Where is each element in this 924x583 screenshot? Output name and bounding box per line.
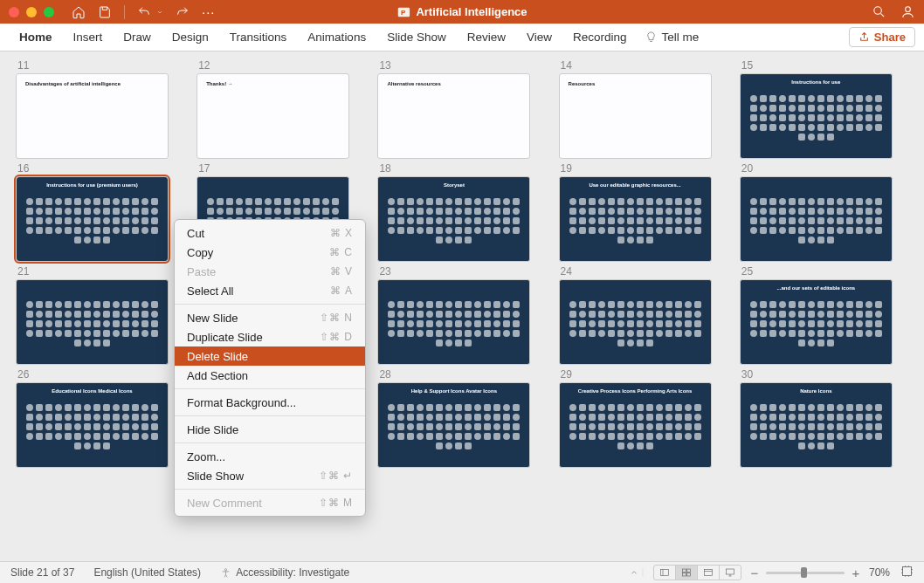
divider-icon <box>639 568 646 577</box>
context-menu-separator <box>175 304 365 305</box>
context-menu-item-duplicate-slide[interactable]: Duplicate Slide⇧⌘ D <box>175 327 365 346</box>
context-menu-label: New Comment <box>187 497 262 510</box>
context-menu-item-add-section[interactable]: Add Section <box>175 366 365 385</box>
status-bar: Slide 21 of 37 English (United States) A… <box>0 561 924 583</box>
redo-icon[interactable] <box>176 5 190 19</box>
slide-thumbnail[interactable]: Resources <box>559 73 712 159</box>
context-menu-shortcut: ⌘ A <box>330 285 353 297</box>
zoom-to-fit-button[interactable] <box>897 565 914 580</box>
context-menu-item-delete-slide[interactable]: Delete Slide <box>175 346 365 366</box>
context-menu-shortcut: ⇧⌘ D <box>320 331 353 343</box>
undo-icon[interactable] <box>137 5 151 19</box>
ribbon-tab-view[interactable]: View <box>516 24 562 51</box>
tellme[interactable]: Tell me <box>645 31 700 44</box>
slideshow-view-button[interactable] <box>719 565 741 580</box>
language[interactable]: English (United States) <box>93 566 201 579</box>
context-menu-item-format-background[interactable]: Format Background... <box>175 393 365 412</box>
ribbon-tab-slide-show[interactable]: Slide Show <box>376 24 457 51</box>
reading-view-button[interactable] <box>697 565 720 580</box>
comments-toggle[interactable] <box>630 568 646 577</box>
context-menu-item-slide-show[interactable]: Slide Show⇧⌘ ↵ <box>175 466 365 485</box>
slide-thumbnail[interactable]: Alternative resources <box>377 73 530 159</box>
slide-cell: 14Resources <box>559 56 727 159</box>
slide-thumb-title: Nature Icons <box>741 388 892 394</box>
slide-thumbnail[interactable]: Instructions for use (premium users) <box>16 176 169 262</box>
slide-thumbnail[interactable]: Thanks! → <box>197 73 349 159</box>
accessibility-status[interactable]: Accessibility: Investigate <box>220 566 349 579</box>
share-button[interactable]: Share <box>849 27 915 47</box>
slide-info[interactable]: Slide 21 of 37 <box>10 566 74 579</box>
slide-thumbnail[interactable]: Use our editable graphic resources... <box>559 176 712 262</box>
zoom-out-button[interactable]: − <box>748 566 761 579</box>
context-menu-item-copy[interactable]: Copy⌘ C <box>175 243 365 262</box>
context-menu-item-hide-slide[interactable]: Hide Slide <box>175 420 365 439</box>
context-menu-label: Select All <box>187 285 233 298</box>
context-menu: Cut⌘ XCopy⌘ CPaste⌘ VSelect All⌘ ANew Sl… <box>174 219 366 517</box>
slide-thumbnail[interactable]: Educational Icons Medical Icons <box>16 382 169 468</box>
ribbon-tab-transitions[interactable]: Transitions <box>219 24 298 51</box>
sorter-view-button[interactable] <box>675 565 698 580</box>
slide-thumb-title: Disadvantages of artificial intelligence <box>25 81 121 86</box>
slide-thumbnail[interactable] <box>559 279 712 365</box>
svg-rect-9 <box>686 573 690 577</box>
svg-rect-6 <box>682 569 686 573</box>
ribbon-tab-recording[interactable]: Recording <box>562 24 638 51</box>
slide-thumb-body <box>387 195 521 254</box>
ribbon-tab-design[interactable]: Design <box>162 24 219 51</box>
slide-cell: 13Alternative resources <box>377 56 546 159</box>
window-maximize[interactable] <box>44 7 54 17</box>
context-menu-label: Slide Show <box>187 470 244 483</box>
slide-thumbnail[interactable] <box>16 279 169 365</box>
slide-thumbnail[interactable] <box>377 279 530 365</box>
home-icon[interactable] <box>72 5 86 19</box>
slide-thumb-body <box>749 195 883 254</box>
zoom-thumb[interactable] <box>801 567 807 578</box>
slide-thumbnail[interactable]: Nature Icons <box>740 382 893 468</box>
user-icon[interactable] <box>900 4 915 19</box>
window-close[interactable] <box>9 7 19 17</box>
context-menu-label: New Slide <box>187 312 238 325</box>
slide-cell: 23 <box>377 262 546 365</box>
ribbon-tab-draw[interactable]: Draw <box>113 24 162 51</box>
slide-number: 13 <box>379 59 546 72</box>
slide-sorter[interactable]: 11Disadvantages of artificial intelligen… <box>0 52 924 561</box>
zoom-in-button[interactable]: + <box>850 566 862 579</box>
search-icon[interactable] <box>872 4 886 19</box>
slide-cell: 28Help & Support Icons Avatar Icons <box>377 365 546 468</box>
slide-thumb-body <box>387 401 521 460</box>
ribbon-tab-insert[interactable]: Insert <box>63 24 114 51</box>
window-minimize[interactable] <box>26 7 37 17</box>
ribbon-tab-home[interactable]: Home <box>9 24 63 51</box>
slide-thumbnail[interactable]: ...and our sets of editable icons <box>740 279 893 365</box>
save-icon[interactable] <box>98 5 112 19</box>
slide-cell: 11Disadvantages of artificial intelligen… <box>16 56 184 159</box>
context-menu-shortcut: ⌘ V <box>330 265 353 278</box>
context-menu-item-cut[interactable]: Cut⌘ X <box>175 223 365 243</box>
context-menu-label: Copy <box>187 246 213 259</box>
slide-thumbnail[interactable]: Help & Support Icons Avatar Icons <box>377 382 530 468</box>
normal-view-button[interactable] <box>653 565 676 580</box>
slide-thumbnail[interactable]: Instructions for use <box>740 73 893 159</box>
slide-thumbnail[interactable]: Disadvantages of artificial intelligence <box>16 73 169 159</box>
slide-thumbnail[interactable]: Storyset <box>377 176 530 262</box>
zoom-level[interactable]: 70% <box>869 566 890 579</box>
context-menu-label: Delete Slide <box>187 350 248 363</box>
context-menu-item-select-all[interactable]: Select All⌘ A <box>175 281 365 300</box>
slide-thumbnail[interactable]: Creative Process Icons Performing Arts I… <box>559 382 712 468</box>
undo-dropdown-icon[interactable] <box>156 5 163 19</box>
context-menu-item-new-slide[interactable]: New Slide⇧⌘ N <box>175 308 365 327</box>
context-menu-separator <box>175 489 365 490</box>
ribbon-tab-animations[interactable]: Animations <box>297 24 376 51</box>
slide-thumbnail[interactable] <box>740 176 893 262</box>
context-menu-item-new-comment: New Comment⇧⌘ M <box>175 493 365 512</box>
context-menu-item-zoom[interactable]: Zoom... <box>175 447 365 466</box>
slide-cell: 30Nature Icons <box>740 365 908 468</box>
slide-number: 12 <box>198 59 365 72</box>
slide-thumb-title: Instructions for use (premium users) <box>17 182 168 188</box>
ribbon-tab-review[interactable]: Review <box>457 24 516 51</box>
more-icon[interactable]: ··· <box>202 4 216 19</box>
svg-point-3 <box>906 7 911 12</box>
context-menu-label: Duplicate Slide <box>187 331 263 344</box>
zoom-slider[interactable] <box>766 572 845 574</box>
slide-thumb-body <box>387 92 521 151</box>
